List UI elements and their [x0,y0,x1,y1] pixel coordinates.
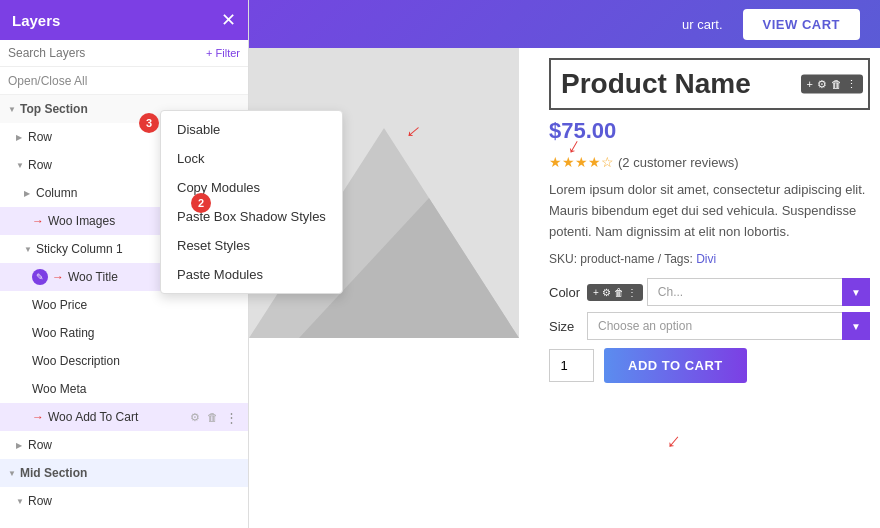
cart-text: ur cart. [682,17,722,32]
open-close-all[interactable]: Open/Close All [0,67,248,95]
menu-disable[interactable]: Disable [161,115,342,144]
red-arrow-decoration-3: ↓ [662,428,687,455]
product-details: Product Name + ⚙ 🗑 ⋮ $75.00 ★★★★☆ (2 cus… [549,58,870,383]
size-select-container: Choose an option ▼ [587,312,870,340]
badge-3: 3 [139,113,159,133]
review-count: (2 customer reviews) [618,155,739,170]
layer-woo-desc[interactable]: Woo Description ⚙ ⧉ 🗑 ⋮ [0,347,248,375]
woo-desc-label: Woo Description [32,354,173,368]
settings-icon[interactable]: ⚙ [602,287,611,298]
woo-add-label: Woo Add To Cart [48,410,188,424]
select-arrow-icon: ▼ [842,312,870,340]
product-meta-link[interactable]: Divi [696,252,716,266]
settings-icon[interactable]: ⚙ [173,298,187,313]
menu-lock[interactable]: Lock [161,144,342,173]
layer-woo-price[interactable]: Woo Price ⚙ ⧉ 🗑 ⋮ [0,291,248,319]
trash-icon[interactable]: 🗑 [614,287,624,298]
menu-paste-modules[interactable]: Paste Modules [161,260,342,289]
size-label: Size [549,319,579,334]
star-rating: ★★★★☆ [549,154,614,170]
red-arrow-icon: → [52,270,64,284]
chevron-icon: ▼ [16,497,24,506]
chevron-icon: ▼ [24,245,32,254]
more-icon[interactable]: ⋮ [223,354,240,369]
section-mid[interactable]: ▼ Mid Section [0,459,248,487]
layer-woo-rating[interactable]: Woo Rating ⚙ ⧉ 🗑 ⋮ [0,319,248,347]
settings-icon[interactable]: ⚙ [188,410,202,425]
copy-icon[interactable]: ⧉ [190,382,202,397]
add-to-cart-row: ADD TO CART [549,348,870,383]
layers-close-button[interactable]: ✕ [221,9,236,31]
woo-images-label: Woo Images [48,214,173,228]
context-menu: Disable Lock Copy Modules Paste Box Shad… [160,110,343,294]
chevron-icon: ▼ [8,105,16,114]
section-mid-label: Mid Section [20,466,87,480]
trash-icon[interactable]: 🗑 [205,410,220,425]
layer-row-mid[interactable]: ▼ Row ⚙ ⧉ 🗑 ⋮ [0,487,248,515]
layer-row-3[interactable]: ▶ Row [0,431,248,459]
color-option-row: Color + ⚙ 🗑 ⋮ Ch... ▼ [549,278,870,306]
product-price: $75.00 [549,118,870,144]
more-icon[interactable]: ⋮ [223,410,240,425]
product-name-actions: + ⚙ 🗑 ⋮ [801,75,863,94]
layer-woo-add-to-cart[interactable]: → Woo Add To Cart ⚙ 🗑 ⋮ [0,403,248,431]
trash-icon[interactable]: 🗑 [205,298,220,313]
copy-icon[interactable]: ⧉ [190,494,202,509]
settings-icon[interactable]: ⚙ [173,354,187,369]
copy-icon[interactable]: ⧉ [190,298,202,313]
layers-search-input[interactable] [8,46,200,60]
trash-icon[interactable]: 🗑 [205,382,220,397]
menu-copy-modules[interactable]: Copy Modules [161,173,342,202]
edit-icon: ✎ [32,269,48,285]
copy-icon[interactable]: ⧉ [190,326,202,341]
chevron-icon: ▼ [16,161,24,170]
woo-rating-label: Woo Rating [32,326,173,340]
more-icon[interactable]: ⋮ [846,78,857,91]
trash-icon[interactable]: 🗑 [205,326,220,341]
chevron-icon: ▶ [24,189,32,198]
product-stars: ★★★★☆ (2 customer reviews) [549,154,870,170]
more-icon[interactable]: ⋮ [223,494,240,509]
layers-header: Layers ✕ [0,0,248,40]
menu-reset-styles[interactable]: Reset Styles [161,231,342,260]
chevron-icon: ▼ [8,469,16,478]
color-select[interactable]: Ch... [647,278,870,306]
plus-icon[interactable]: + [807,78,813,91]
trash-icon[interactable]: 🗑 [205,354,220,369]
red-arrow-icon: → [32,214,44,228]
chevron-icon: ▶ [16,133,24,142]
layer-woo-meta[interactable]: Woo Meta ⚙ ⧉ 🗑 ⋮ [0,375,248,403]
view-cart-button[interactable]: VIEW CART [743,9,860,40]
more-icon[interactable]: ⋮ [223,382,240,397]
filter-button[interactable]: + Filter [206,47,240,59]
red-arrow-icon: → [32,410,44,424]
trash-icon[interactable]: 🗑 [205,494,220,509]
row-mid-label: Row [28,494,173,508]
trash-icon[interactable]: 🗑 [831,78,842,91]
product-name-box: Product Name + ⚙ 🗑 ⋮ [549,58,870,110]
more-icon[interactable]: ⋮ [223,326,240,341]
section-top-label: Top Section [20,102,88,116]
product-meta: SKU: product-name / Tags: Divi [549,252,870,266]
size-option-row: Size Choose an option ▼ [549,312,870,340]
size-select[interactable]: Choose an option [587,312,870,340]
color-label: Color [549,285,579,300]
settings-icon[interactable]: ⚙ [173,326,187,341]
more-icon[interactable]: ⋮ [223,298,240,313]
woo-add-actions: ⚙ 🗑 ⋮ [188,410,240,425]
copy-icon[interactable]: ⧉ [190,354,202,369]
more-icon[interactable]: ⋮ [627,287,637,298]
product-description: Lorem ipsum dolor sit amet, consectetur … [549,180,870,242]
settings-icon[interactable]: ⚙ [173,382,187,397]
badge-2: 2 [191,193,211,213]
quantity-input[interactable] [549,349,594,382]
woo-price-label: Woo Price [32,298,173,312]
plus-icon[interactable]: + [593,287,599,298]
add-to-cart-button[interactable]: ADD TO CART [604,348,747,383]
product-options: Color + ⚙ 🗑 ⋮ Ch... ▼ Size [549,278,870,383]
settings-icon[interactable]: ⚙ [173,494,187,509]
menu-paste-box[interactable]: Paste Box Shadow Styles [161,202,342,231]
row-3-label: Row [28,438,240,452]
settings-icon[interactable]: ⚙ [817,78,827,91]
woo-meta-label: Woo Meta [32,382,173,396]
